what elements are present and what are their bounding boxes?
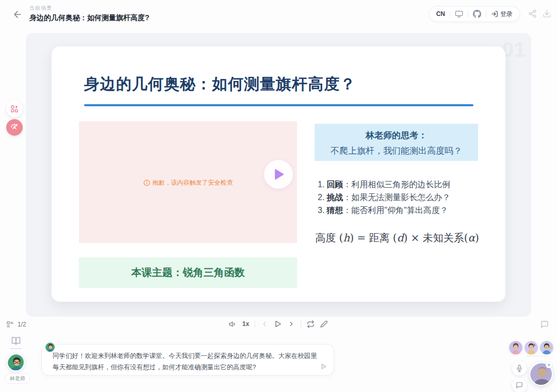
top-bar: 当前场景 身边的几何奥秘：如何测量旗杆高度? CN 登录 [0,0,557,28]
scene-label: 当前场景 [29,5,150,12]
list-item: 2.挑战：如果无法测量影长怎么办？ [318,191,481,204]
slide-card: 身边的几何奥秘：如何测量旗杆高度？ 抱歉，该内容触发了安全检查 本课主题：锐角三… [52,46,505,302]
message-play-icon [320,363,327,370]
slide-list-icon [6,320,14,328]
microphone-button[interactable] [512,361,527,375]
title-block: 当前场景 身边的几何奥秘：如何测量旗杆高度? [29,5,150,23]
slide-list-button[interactable]: 1/2 [6,320,26,328]
chat-input-button[interactable] [512,378,527,392]
divider [527,356,548,356]
chat-bubble-icon [516,382,523,389]
list-item: 3.猜想：能否利用"仰角"算出高度？ [318,204,481,217]
message-text: 同学们好！欢迎来到林老师的数学课堂。今天我们要一起探索身边的几何奥秘。大家在校园… [53,350,322,373]
pencil-icon [320,320,328,328]
translate-icon [10,123,19,132]
playback-controls: 1x [229,320,328,328]
back-button[interactable] [12,9,24,20]
login-label: 登录 [500,10,513,19]
chevron-right-icon [288,320,295,328]
playback-toolbar: 1/2 1x [0,319,557,332]
login-button[interactable]: 登录 [491,10,513,19]
volume-button[interactable] [229,320,237,328]
play-button[interactable] [274,320,282,328]
teacher-message-bubble: 同学们好！欢迎来到林老师的数学课堂。今天我们要一起探索身边的几何奥秘。大家在校园… [41,344,334,375]
page-indicator: 1/2 [18,321,26,328]
status-badge [546,362,552,368]
comment-icon [540,320,549,329]
github-button[interactable] [473,10,481,18]
translate-button[interactable] [6,119,23,136]
video-play-button[interactable] [264,160,293,189]
widgets-plus-icon [10,105,19,113]
toolbar-comment-button[interactable] [540,320,549,329]
github-icon [473,10,481,18]
formula: 高度 (h) = 距离 (d) × 未知关系(α) [315,231,480,245]
divider [10,348,22,349]
title-underline [84,104,473,106]
chevron-left-icon [261,320,268,328]
speaker-icon [229,320,237,328]
share-button[interactable] [528,9,537,18]
divider [486,11,486,18]
download-button[interactable] [543,9,551,18]
teacher-name-badge: 林老师 [5,373,30,384]
student-avatar-2-image [525,341,538,354]
thinking-question: 不爬上旗杆，我们能测出高度吗？ [315,145,478,157]
divider [468,11,468,18]
list-item: 1.回顾：利用相似三角形的边长比例 [318,178,481,191]
topic-text: 本课主题：锐角三角函数 [132,266,245,280]
teacher-avatar-image [8,354,25,371]
repeat-icon [307,320,315,328]
safety-warning: 抱歉，该内容触发了安全检查 [79,178,297,187]
student-avatar-1[interactable] [509,341,522,354]
safety-warning-text: 抱歉，该内容触发了安全检查 [153,178,233,187]
chat-section: 林老师 同学们好！欢迎来到林老师的数学课堂。今天我们要一起探索身边的几何奥秘。大… [0,333,557,392]
page-title: 身边的几何奥秘：如何测量旗杆高度? [29,13,150,23]
header-actions: CN 登录 [429,6,520,22]
display-mode-button[interactable] [455,10,463,18]
divider [255,320,255,328]
script-book-button[interactable] [11,336,22,346]
thinking-panel: 林老师的思考： 不爬上旗杆，我们能测出高度吗？ [315,124,478,161]
divider [301,320,301,328]
slide-number-watermark: 01 [502,38,527,61]
divider [450,11,450,18]
download-icon [543,9,551,18]
play-outline-icon [274,320,282,328]
next-button[interactable] [288,320,295,328]
share-icon [528,9,537,18]
play-icon [275,169,284,180]
language-toggle[interactable]: CN [436,10,445,18]
prev-button[interactable] [261,320,268,328]
speed-button[interactable]: 1x [242,320,249,328]
login-icon [491,10,498,18]
annotate-button[interactable] [320,320,328,328]
slide-title: 身边的几何奥秘：如何测量旗杆高度？ [84,74,356,95]
mic-icon [516,365,523,372]
thinking-title: 林老师的思考： [315,129,478,141]
topic-panel: 本课主题：锐角三角函数 [79,257,297,288]
add-widget-button[interactable] [6,101,23,117]
slide-canvas: 01 身边的几何奥秘：如何测量旗杆高度？ 抱歉，该内容触发了安全检查 本课主题：… [26,33,531,317]
message-play-button[interactable] [320,363,327,370]
student-avatar-3[interactable] [540,341,553,354]
info-icon [143,179,150,186]
points-list: 1.回顾：利用相似三角形的边长比例 2.挑战：如果无法测量影长怎么办？ 3.猜想… [318,178,481,217]
teacher-avatar[interactable] [7,353,25,371]
book-icon [11,336,21,346]
student-avatar-3-image [540,341,553,354]
video-panel: 抱歉，该内容触发了安全检查 [79,121,297,243]
monitor-icon [455,10,463,18]
student-avatar-1-image [509,341,522,354]
replay-button[interactable] [307,320,315,328]
student-avatar-2[interactable] [525,341,538,354]
back-arrow-icon [12,9,23,20]
